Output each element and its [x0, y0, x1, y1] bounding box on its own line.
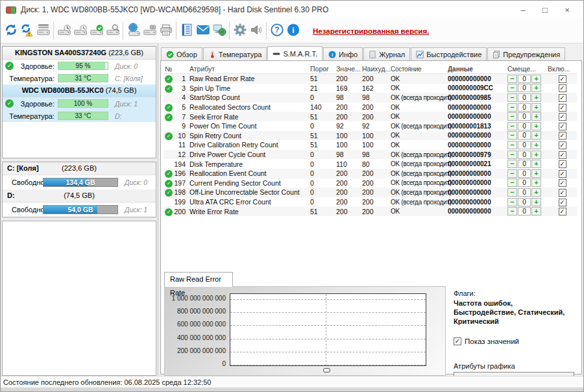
smart-attribute-row[interactable]: 4Start/Stop Count09898OK (всегда проходи…: [164, 93, 577, 103]
smart-attribute-row[interactable]: ✓10Spin Retry Count51100100OK00000000000…: [164, 131, 577, 141]
help-button[interactable]: ?: [269, 21, 285, 41]
plus-button[interactable]: +: [531, 151, 541, 159]
disk-search-button[interactable]: [104, 21, 121, 41]
minus-button[interactable]: −: [507, 178, 517, 187]
plus-button[interactable]: +: [531, 198, 541, 206]
enabled-checkbox[interactable]: ✓: [559, 199, 566, 206]
tab-smart[interactable]: S.M.A.R.T.: [267, 46, 322, 60]
disk-report-button[interactable]: [35, 21, 51, 41]
plus-button[interactable]: +: [531, 93, 541, 102]
column-header[interactable]: Данные: [448, 66, 507, 73]
close-button[interactable]: ×: [556, 5, 578, 15]
minus-button[interactable]: −: [507, 122, 517, 130]
column-header[interactable]: Состояние: [391, 66, 448, 73]
column-header[interactable]: Значе...: [336, 65, 362, 73]
smart-attribute-row[interactable]: 194Disk Temperature011080OK (всегда прох…: [164, 159, 577, 169]
disk-clock-button[interactable]: [56, 21, 72, 41]
enabled-checkbox[interactable]: ✓: [559, 75, 566, 83]
minus-button[interactable]: −: [507, 198, 517, 206]
enabled-checkbox[interactable]: ✓: [559, 170, 566, 178]
smart-attribute-row[interactable]: ✓197Current Pending Sector Count0200200O…: [164, 178, 577, 188]
enabled-checkbox[interactable]: ✓: [559, 104, 566, 112]
enabled-checkbox[interactable]: ✓: [559, 94, 566, 102]
plus-button[interactable]: +: [531, 131, 541, 140]
enabled-checkbox[interactable]: ✓: [559, 179, 566, 187]
smart-attribute-row[interactable]: 12Drive Power Cycle Count09898OK (всегда…: [164, 150, 577, 160]
smart-attribute-row[interactable]: ✓200Write Error Rate51200200OK0000000000…: [164, 206, 577, 216]
plus-button[interactable]: +: [531, 178, 541, 187]
minus-button[interactable]: −: [507, 141, 517, 149]
plus-button[interactable]: +: [531, 141, 541, 149]
smart-attribute-row[interactable]: ✓3Spin Up Time21169162OK0000000009CC−0+✓: [164, 84, 577, 93]
plus-button[interactable]: +: [531, 103, 541, 112]
enabled-checkbox[interactable]: ✓: [559, 208, 566, 215]
column-header[interactable]: Порог: [310, 65, 336, 73]
partition-entry[interactable]: (223,6 GB)C: [Коля]Свободно134,4 GBДиск:…: [3, 162, 156, 190]
minus-button[interactable]: −: [507, 112, 517, 121]
tab-overview[interactable]: Обзор: [161, 47, 202, 60]
minus-button[interactable]: −: [507, 93, 517, 102]
minus-button[interactable]: −: [507, 169, 517, 178]
minus-button[interactable]: −: [507, 84, 517, 92]
smart-attribute-row[interactable]: ✓196Reallocation Event Count0200200OK (в…: [164, 169, 577, 178]
smart-attribute-row[interactable]: 199Ultra ATA CRC Error Count0200200OK (в…: [164, 197, 577, 207]
disk-schedule-button[interactable]: [72, 21, 88, 41]
tab-journal[interactable]: Журнал: [363, 47, 410, 60]
minimize-button[interactable]: –: [512, 5, 534, 15]
plus-button[interactable]: +: [531, 169, 541, 178]
plus-button[interactable]: +: [531, 188, 541, 197]
enabled-checkbox[interactable]: ✓: [559, 84, 566, 92]
minus-button[interactable]: −: [507, 188, 517, 197]
plus-button[interactable]: +: [531, 160, 541, 168]
plus-button[interactable]: +: [531, 84, 541, 92]
smart-attribute-row[interactable]: 11Drive Calibration Retry Count51100100O…: [164, 140, 577, 150]
tab-info[interactable]: iИнфо: [323, 47, 363, 60]
enabled-checkbox[interactable]: ✓: [559, 123, 566, 130]
plus-button[interactable]: +: [531, 122, 541, 130]
enabled-checkbox[interactable]: ✓: [559, 151, 566, 159]
smart-attribute-row[interactable]: ✓1Raw Read Error Rate51200200OK000000000…: [164, 74, 577, 84]
minus-button[interactable]: −: [507, 151, 517, 159]
minus-button[interactable]: −: [507, 160, 517, 168]
plus-button[interactable]: +: [531, 112, 541, 121]
email-button[interactable]: [195, 21, 211, 41]
refresh-button[interactable]: [3, 21, 19, 41]
enabled-checkbox[interactable]: ✓: [559, 189, 566, 197]
disk-tools-button[interactable]: [141, 21, 158, 41]
disk-entry[interactable]: KINGSTON SA400S37240G (223,6 GB)✓Здоровь…: [3, 47, 156, 84]
info-button[interactable]: i: [285, 21, 301, 41]
chart-attribute-tab[interactable]: Raw Read Error Rate: [164, 272, 233, 287]
minus-button[interactable]: −: [507, 207, 517, 215]
tab-temperature[interactable]: Температура: [203, 47, 267, 60]
plus-button[interactable]: +: [531, 75, 541, 83]
smart-attribute-row[interactable]: 9Power On Time Count09292OK (всегда прох…: [164, 121, 577, 131]
enabled-checkbox[interactable]: ✓: [559, 132, 566, 140]
column-header[interactable]: Атрибут: [189, 65, 310, 73]
enabled-checkbox[interactable]: ✓: [559, 160, 566, 168]
smart-attribute-row[interactable]: ✓7Seek Error Rate51200200OK000000000000−…: [164, 112, 577, 121]
disk-entry[interactable]: WDC WD800BB-55JKC0 (74,5 GB)✓Здоровье:10…: [3, 84, 156, 122]
disk-check-button[interactable]: [88, 21, 104, 41]
column-header[interactable]: Вклю...: [548, 65, 577, 73]
show-values-checkbox[interactable]: ✓: [454, 337, 461, 345]
plus-button[interactable]: +: [531, 207, 541, 215]
enabled-checkbox[interactable]: ✓: [559, 113, 566, 121]
log-button[interactable]: [178, 21, 195, 41]
smart-attribute-row[interactable]: ✓198Off-Line Uncorrectable Sector Count0…: [164, 188, 577, 197]
tab-performance[interactable]: Быстродействие: [411, 47, 487, 60]
speaker-button[interactable]: [248, 21, 264, 41]
minus-button[interactable]: −: [507, 103, 517, 112]
column-header[interactable]: Наихуд...: [362, 65, 391, 73]
refresh-warning-button[interactable]: [19, 21, 35, 41]
smart-attribute-row[interactable]: ✓5Reallocated Sectors Count140200200OK00…: [164, 103, 577, 112]
disk-network-button[interactable]: [125, 21, 141, 41]
tab-warnings[interactable]: Предупреждения: [487, 47, 565, 60]
column-header[interactable]: Смеще...: [507, 65, 548, 73]
settings-gear-button[interactable]: [232, 21, 248, 41]
maximize-button[interactable]: □: [534, 5, 556, 15]
minus-button[interactable]: −: [507, 75, 517, 83]
printer-button[interactable]: [158, 21, 174, 41]
enabled-checkbox[interactable]: ✓: [559, 141, 566, 149]
minus-button[interactable]: −: [507, 131, 517, 140]
partition-entry[interactable]: (74,5 GB)D:Свободно54,0 GBДиск: 1: [3, 190, 156, 217]
